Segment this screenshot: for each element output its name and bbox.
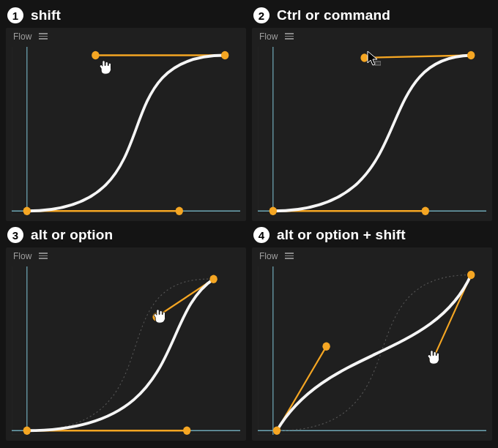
- step-number-badge: 1: [7, 7, 23, 23]
- panel-header: 2 Ctrl or command: [252, 7, 492, 28]
- curve-handle[interactable]: [183, 427, 190, 436]
- panel-title: alt or option + shift: [277, 227, 406, 243]
- menu-icon[interactable]: [285, 253, 294, 260]
- panel-title: shift: [31, 7, 61, 23]
- curve-editor-panel: Flow: [6, 247, 246, 441]
- panel-shift: 1 shift Flow: [6, 7, 246, 221]
- curve-handle[interactable]: [92, 51, 99, 60]
- curve-anchor[interactable]: [23, 427, 31, 436]
- curve-anchor[interactable]: [467, 51, 475, 60]
- panel-tabbar: Flow: [6, 247, 246, 264]
- curve-plot[interactable]: [258, 266, 486, 435]
- curve-anchor[interactable]: [273, 427, 280, 436]
- panel-header: 3 alt or option: [6, 227, 246, 247]
- panel-tabbar: Flow: [252, 28, 492, 44]
- panel-title: Ctrl or command: [277, 7, 390, 23]
- panel-header: 4 alt or option + shift: [252, 227, 492, 247]
- step-number-badge: 4: [253, 227, 270, 243]
- tab-flow[interactable]: Flow: [13, 31, 31, 42]
- panel-tabbar: Flow: [252, 247, 492, 264]
- curve-handle[interactable]: [322, 343, 330, 351]
- curve-anchor[interactable]: [221, 51, 228, 60]
- panel-tabbar: Flow: [6, 28, 246, 44]
- menu-icon[interactable]: [39, 33, 48, 40]
- curve-anchor[interactable]: [270, 207, 277, 216]
- curve-handle[interactable]: [422, 207, 429, 216]
- panel-title: alt or option: [31, 227, 113, 243]
- panel-alt-option: 3 alt or option Flow: [6, 227, 246, 441]
- curve-handle[interactable]: [360, 53, 368, 62]
- menu-icon[interactable]: [285, 33, 294, 40]
- tab-flow[interactable]: Flow: [259, 31, 278, 42]
- panels-grid: 1 shift Flow: [0, 0, 498, 448]
- curve-handle[interactable]: [429, 355, 436, 364]
- curve-plot[interactable]: [12, 266, 240, 435]
- curve-editor-panel: Flow: [6, 28, 246, 221]
- curve-editor-panel: Flow: [252, 247, 492, 441]
- tab-flow[interactable]: Flow: [259, 251, 278, 261]
- curve-editor-panel: Flow: [252, 28, 492, 221]
- curve-handle[interactable]: [152, 313, 160, 321]
- panel-header: 1 shift: [6, 7, 246, 28]
- curve-plot[interactable]: [258, 47, 486, 215]
- panel-ctrl-command: 2 Ctrl or command Flow: [252, 7, 492, 221]
- curve-anchor[interactable]: [23, 207, 31, 216]
- curve-anchor[interactable]: [209, 275, 217, 284]
- curve-plot[interactable]: [12, 47, 240, 215]
- step-number-badge: 2: [253, 7, 270, 23]
- curve-anchor[interactable]: [467, 271, 475, 280]
- tab-flow[interactable]: Flow: [13, 251, 31, 261]
- menu-icon[interactable]: [39, 253, 48, 260]
- curve-handle[interactable]: [176, 207, 183, 216]
- panel-alt-option-shift: 4 alt or option + shift Flow: [252, 227, 492, 441]
- step-number-badge: 3: [7, 227, 23, 243]
